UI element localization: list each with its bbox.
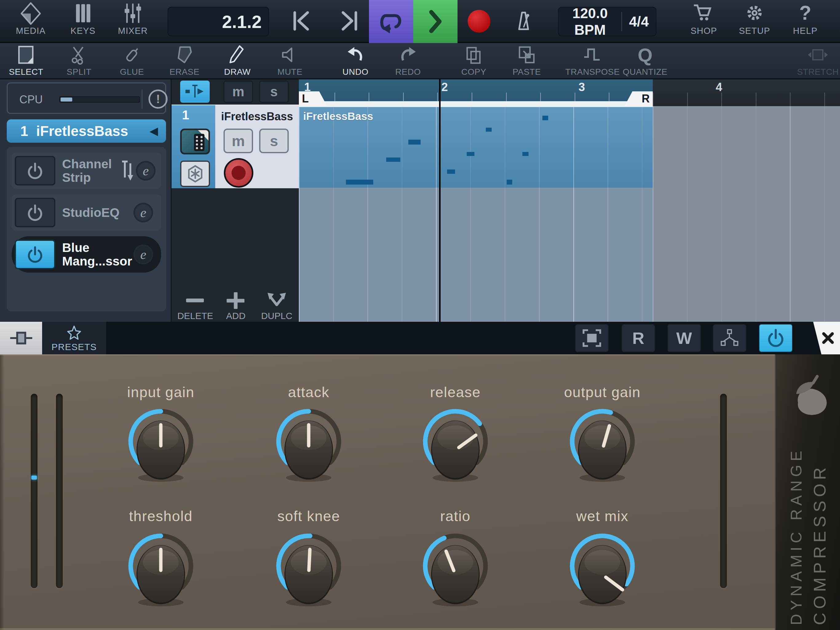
knob-wet-mix[interactable] — [562, 529, 642, 608]
effect-edit-button[interactable]: e — [133, 245, 153, 264]
automation-write-button[interactable]: W — [667, 324, 701, 352]
tool-transpose[interactable]: TRANSPOSE — [565, 44, 620, 78]
tool-select[interactable]: SELECT — [0, 44, 54, 78]
tempo-display[interactable]: 120.0 BPM 4/4 — [558, 7, 657, 36]
mixer-button[interactable]: MIXER — [110, 2, 156, 41]
add-track-button[interactable]: ADD — [216, 292, 256, 321]
freeze-track-button[interactable] — [180, 161, 210, 187]
go-to-end-button[interactable] — [330, 6, 364, 37]
instrument-icon[interactable] — [180, 128, 210, 154]
track-number: 1 — [20, 123, 28, 139]
fit-view-button[interactable] — [575, 324, 609, 352]
delete-icon — [183, 292, 207, 309]
track-header[interactable]: 1 iFretlessBass m s — [172, 104, 299, 188]
midi-note[interactable] — [346, 180, 373, 184]
tool-paste[interactable]: PASTE — [499, 44, 554, 78]
select-icon — [15, 44, 37, 66]
gain-reduction-meter — [56, 394, 63, 588]
tool-quantize[interactable]: Q QUANTIZE — [617, 44, 673, 78]
record-button[interactable] — [467, 10, 490, 33]
effect-slot-compressor[interactable]: Blue Mang...ssor e — [12, 236, 161, 272]
knob-release[interactable] — [415, 404, 495, 484]
tool-undo[interactable]: UNDO — [328, 44, 383, 78]
track-lane-below-region[interactable] — [299, 188, 653, 322]
knob-attack[interactable] — [269, 404, 349, 484]
play-button[interactable] — [413, 0, 458, 43]
track-selector-button[interactable]: 1 iFretlessBass ◀ — [7, 119, 166, 143]
transpose-icon — [581, 44, 603, 66]
playhead[interactable] — [439, 79, 441, 322]
tool-mute[interactable]: MUTE — [262, 44, 317, 78]
loop-range-strip[interactable] — [299, 101, 653, 106]
help-icon: ? — [799, 2, 811, 25]
close-plugin-button[interactable] — [805, 322, 840, 355]
follow-playhead-button[interactable] — [180, 81, 210, 103]
metronome-button[interactable] — [507, 6, 540, 37]
midi-note[interactable] — [507, 180, 512, 184]
midi-note[interactable] — [408, 140, 421, 144]
effect-edit-button[interactable]: e — [136, 161, 156, 180]
tool-split[interactable]: SPLIT — [51, 44, 107, 78]
routing-button[interactable] — [713, 324, 747, 352]
insert-slot-icon — [9, 327, 33, 349]
tool-erase[interactable]: ERASE — [157, 44, 212, 78]
version-display[interactable]: 2.1.2 — [167, 7, 269, 36]
track-mute-button[interactable]: m — [224, 128, 253, 153]
effect-slot-channel-strip[interactable]: Channel Strip e — [12, 153, 161, 189]
app-window: MEDIA KEYS MIXER 2.1.2 120.0 BPM — [0, 0, 840, 630]
effect-edit-button[interactable]: e — [133, 203, 153, 222]
presets-button[interactable]: PRESETS — [42, 322, 106, 355]
effect-slot-studioeq[interactable]: StudioEQ e — [12, 195, 161, 231]
effects-panel: Channel Strip e StudioEQ e Blue Mang...s… — [7, 147, 166, 311]
power-toggle[interactable] — [15, 198, 55, 227]
mixer-icon — [121, 2, 145, 25]
midi-note[interactable] — [447, 169, 455, 174]
global-mute-button[interactable]: m — [224, 81, 253, 103]
tool-copy[interactable]: COPY — [446, 44, 502, 78]
power-toggle[interactable] — [15, 156, 55, 185]
keys-button[interactable]: KEYS — [60, 2, 106, 41]
play-icon — [421, 7, 450, 36]
alert-icon[interactable]: ! — [148, 90, 167, 109]
tool-glue[interactable]: GLUE — [104, 44, 159, 78]
midi-note[interactable] — [386, 157, 400, 162]
midi-note[interactable] — [542, 116, 548, 120]
knob-soft-knee[interactable] — [269, 529, 349, 608]
setup-icon — [743, 2, 766, 25]
tool-redo[interactable]: REDO — [381, 44, 436, 78]
midi-note[interactable] — [467, 152, 474, 156]
midi-note[interactable] — [486, 128, 492, 131]
insert-slot-button[interactable] — [0, 322, 42, 355]
keys-icon — [71, 2, 95, 25]
knob-threshold[interactable] — [121, 529, 201, 608]
record-enable-button[interactable] — [224, 158, 253, 188]
shop-button[interactable]: SHOP — [681, 2, 727, 41]
knob-ratio[interactable] — [415, 529, 495, 608]
plugin-power-button[interactable] — [759, 324, 793, 352]
mute-icon — [279, 44, 301, 66]
midi-note[interactable] — [523, 152, 529, 156]
track-solo-button[interactable]: s — [259, 128, 289, 153]
global-solo-button[interactable]: s — [259, 81, 289, 103]
knob-input-gain[interactable] — [121, 404, 201, 484]
instrument-icon-grille — [194, 134, 204, 151]
go-to-start-button[interactable] — [287, 6, 321, 37]
power-toggle-on[interactable] — [15, 240, 55, 269]
knob-output-gain[interactable] — [562, 404, 642, 484]
media-button[interactable]: MEDIA — [8, 2, 54, 41]
go-to-end-icon — [334, 9, 360, 35]
effect-name: Channel Strip — [62, 157, 120, 185]
setup-button[interactable]: SETUP — [731, 2, 778, 41]
automation-read-button[interactable]: R — [621, 324, 655, 352]
midi-region[interactable]: iFretlessBass — [299, 106, 653, 188]
tool-stretch[interactable]: STRETCH — [790, 44, 840, 78]
knob-label-ratio: ratio — [391, 508, 520, 524]
delete-track-button[interactable]: DELETE — [175, 292, 215, 321]
tool-draw[interactable]: DRAW — [210, 44, 265, 78]
duplicate-track-button[interactable]: DUPLC — [257, 292, 297, 321]
empty-lane-right[interactable] — [653, 106, 840, 322]
loop-button[interactable] — [369, 0, 413, 43]
help-button[interactable]: ? HELP — [782, 2, 828, 41]
timeline-ruler-tail[interactable] — [653, 79, 840, 106]
timeline-ruler[interactable]: L R — [299, 79, 653, 106]
